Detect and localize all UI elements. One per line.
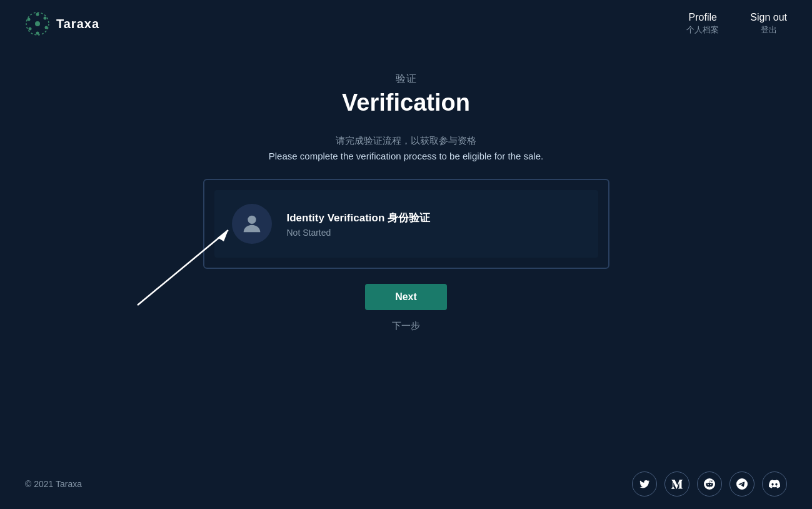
- profile-link[interactable]: Profile: [689, 12, 717, 23]
- svg-point-5: [29, 28, 32, 31]
- avatar-icon: [239, 211, 264, 236]
- card-title: Identity Verification 身份验证: [287, 211, 431, 225]
- reddit-icon: [704, 478, 715, 490]
- subtitle-en: Please complete the verification process…: [269, 151, 543, 161]
- svg-point-6: [28, 18, 31, 21]
- verification-card[interactable]: Identity Verification 身份验证 Not Started: [214, 190, 598, 258]
- svg-point-2: [44, 17, 47, 20]
- taraxa-logo-icon: [25, 11, 50, 36]
- svg-point-7: [35, 21, 40, 26]
- discord-icon: [769, 478, 780, 490]
- footer: © 2021 Taraxa: [0, 459, 812, 509]
- telegram-icon-button[interactable]: [729, 471, 754, 496]
- verification-card-container: Identity Verification 身份验证 Not Started: [203, 179, 609, 269]
- main-content: 验证 Verification 请完成验证流程，以获取参与资格 Please c…: [0, 48, 812, 332]
- twitter-icon-button[interactable]: [632, 471, 657, 496]
- page-title-zh: 验证: [396, 73, 417, 86]
- reddit-icon-button[interactable]: [697, 471, 722, 496]
- logo: Taraxa: [25, 11, 99, 36]
- svg-point-3: [45, 26, 48, 29]
- discord-icon-button[interactable]: [762, 471, 787, 496]
- social-icons: [632, 471, 787, 496]
- nav: Profile 个人档案 Sign out 登出: [686, 12, 787, 36]
- card-status: Not Started: [287, 228, 431, 238]
- signout-link[interactable]: Sign out: [750, 12, 787, 23]
- next-button[interactable]: Next: [365, 284, 447, 310]
- signout-zh: 登出: [761, 24, 777, 36]
- avatar: [232, 204, 272, 244]
- subtitle-zh: 请完成验证流程，以获取参与资格: [336, 135, 476, 147]
- svg-point-1: [36, 13, 39, 16]
- profile-zh: 个人档案: [686, 24, 719, 36]
- nav-profile[interactable]: Profile 个人档案: [686, 12, 719, 36]
- twitter-icon: [639, 478, 650, 490]
- header: Taraxa Profile 个人档案 Sign out 登出: [0, 0, 812, 48]
- medium-icon-button[interactable]: [664, 471, 689, 496]
- svg-point-8: [248, 216, 256, 224]
- next-label-zh: 下一步: [392, 320, 420, 332]
- copyright: © 2021 Taraxa: [25, 479, 82, 489]
- telegram-icon: [736, 478, 748, 490]
- logo-text: Taraxa: [56, 17, 99, 31]
- card-info: Identity Verification 身份验证 Not Started: [287, 211, 431, 238]
- nav-signout[interactable]: Sign out 登出: [750, 12, 787, 36]
- page-title-en: Verification: [342, 89, 470, 116]
- medium-icon: [671, 478, 683, 490]
- svg-point-4: [36, 32, 39, 35]
